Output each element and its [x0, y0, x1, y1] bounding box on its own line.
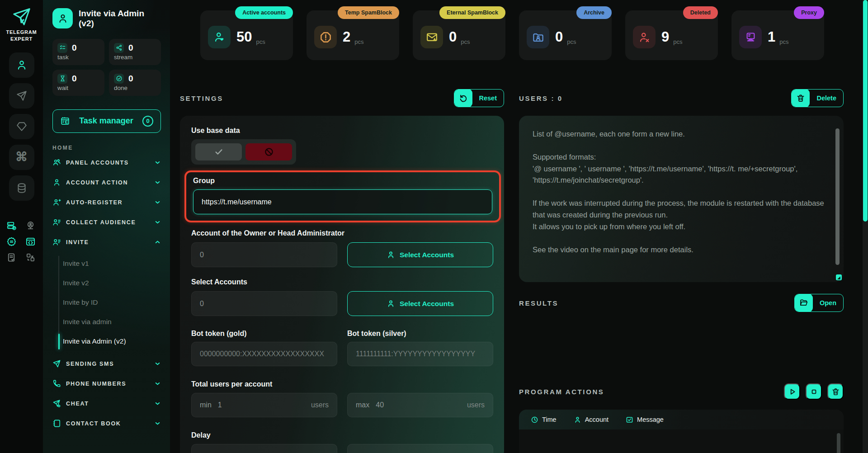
sidebar-item-account-action[interactable]: ACCOUNT ACTION — [52, 173, 161, 193]
person-x-icon — [638, 31, 651, 43]
status-badge: Archive — [576, 6, 612, 19]
card-deleted: Deleted 9 pcs — [625, 10, 718, 60]
person-cam-icon[interactable] — [25, 221, 36, 231]
chevron-down-icon — [154, 179, 161, 186]
bot-token-silver-input[interactable] — [347, 342, 493, 366]
document-check-icon[interactable] — [6, 252, 17, 263]
gear-icon[interactable] — [6, 236, 17, 247]
stream-icon — [116, 44, 123, 51]
rail-premium-button[interactable] — [9, 114, 34, 139]
toggle-no-button[interactable] — [245, 143, 292, 160]
trash-icon — [831, 387, 840, 396]
owner-count-input[interactable] — [191, 242, 337, 267]
sidebar-item-cheat[interactable]: CHEAT — [52, 394, 161, 414]
page-scrollbar-thumb[interactable] — [863, 0, 868, 222]
sidebar-item-panel-accounts[interactable]: PANEL ACCOUNTS — [52, 153, 161, 173]
slash-circle-icon — [264, 147, 274, 157]
delay-min-input[interactable]: min 1 sec — [191, 444, 337, 453]
task-stats: 0 task 0 stream 0 wait — [52, 39, 161, 96]
server-check-icon[interactable] — [6, 221, 17, 231]
chevron-down-icon — [154, 420, 161, 427]
bot-token-silver-label: Bot token (silver) — [347, 330, 493, 338]
textarea-scrollbar[interactable] — [835, 128, 840, 265]
swap-shapes-icon[interactable] — [25, 252, 36, 263]
select-accounts-button[interactable]: Select Accounts — [347, 291, 493, 316]
module-avatar — [52, 8, 73, 28]
delete-button[interactable]: Delete — [791, 89, 844, 107]
main-content: Active accounts 50 pcs Temp SpamBlock 2 … — [170, 0, 868, 453]
chevron-down-icon — [154, 400, 161, 407]
stat-task: 0 task — [52, 39, 104, 65]
select-accounts-label: Select Accounts — [191, 278, 493, 286]
resize-handle-icon[interactable]: ◢ — [836, 274, 842, 280]
page-scrollbar[interactable] — [863, 0, 868, 453]
program-actions-title: PROGRAM ACTIONS — [519, 388, 604, 396]
brand-name: TELEGRAMEXPERT — [6, 29, 37, 42]
owner-select-accounts-button[interactable]: Select Accounts — [347, 242, 493, 267]
sidebar-item-auto-register[interactable]: AUTO-REGISTER — [52, 193, 161, 212]
owner-label: Account of the Owner or Head Administrat… — [191, 229, 493, 237]
users-hint-text: List of @username, each one form a new l… — [533, 128, 826, 255]
sidebar-item-sending-sms[interactable]: SENDING SMS — [52, 354, 161, 374]
person-list-icon — [52, 218, 61, 226]
total-users-min-input[interactable]: min 1 users — [191, 393, 337, 417]
chevron-down-icon — [154, 199, 161, 206]
submenu-invite-via-admin[interactable]: Invite via admin — [63, 312, 161, 332]
submenu-invite-v2[interactable]: Invite v2 — [63, 274, 161, 293]
database-icon — [16, 182, 28, 194]
program-actions-table: Time Account Message — [519, 410, 844, 453]
task-manager-button[interactable]: Task manager 0 — [52, 109, 161, 133]
chevron-down-icon — [154, 380, 161, 387]
trash-icon — [796, 94, 805, 103]
select-accounts-count-input[interactable] — [191, 291, 337, 316]
mail-alert-icon — [426, 31, 438, 43]
delay-max-input[interactable]: max 10 sec — [347, 444, 493, 453]
rail-commands-button[interactable]: ⌘ — [9, 145, 34, 170]
person-icon — [57, 13, 68, 24]
users-textarea[interactable]: List of @username, each one form a new l… — [519, 116, 844, 282]
sidebar-item-collect-audience[interactable]: COLLECT AUDIENCE — [52, 212, 161, 232]
sidebar-item-invite[interactable]: INVITE — [52, 232, 161, 252]
sidebar: Invite via Admin (v2) 0 task 0 stream — [43, 0, 170, 453]
submenu-invite-v1[interactable]: Invite v1 — [63, 254, 161, 274]
person-plus-icon — [52, 198, 61, 207]
stop-icon — [810, 387, 818, 396]
paper-plane-icon — [52, 359, 61, 368]
status-badge: Temp SpamBlock — [338, 6, 399, 19]
sidebar-item-contact-book[interactable]: CONTACT BOOK — [52, 414, 161, 434]
group-input[interactable] — [193, 189, 492, 214]
icon-rail: TELEGRAMEXPERT ⌘ — [0, 0, 43, 453]
submenu-invite-by-id[interactable]: Invite by ID — [63, 293, 161, 312]
table-scrollbar[interactable] — [837, 433, 840, 453]
open-results-button[interactable]: Open — [794, 294, 844, 312]
bot-token-gold-input[interactable] — [191, 342, 337, 366]
stat-stream: 0 stream — [109, 39, 161, 65]
rail-send-button[interactable] — [9, 83, 34, 109]
invite-submenu: Invite v1 Invite v2 Invite by ID Invite … — [52, 254, 161, 351]
code-window-icon[interactable] — [25, 236, 36, 247]
toggle-yes-button[interactable] — [195, 143, 242, 160]
settings-title: SETTINGS — [180, 94, 223, 102]
total-users-max-input[interactable]: max 40 users — [347, 393, 493, 417]
octagon-alert-icon — [320, 31, 332, 43]
settings-card: Use base data Group Account of the Owner… — [180, 116, 504, 453]
clear-actions-button[interactable] — [827, 383, 844, 400]
folder-person-icon — [532, 31, 544, 43]
play-button[interactable] — [784, 383, 800, 400]
chevron-down-icon — [154, 219, 161, 226]
reset-button[interactable]: Reset — [454, 89, 505, 107]
people-icon — [52, 158, 61, 167]
rail-database-button[interactable] — [9, 175, 34, 201]
column-message: Message — [626, 416, 664, 424]
person-icon — [387, 250, 395, 259]
task-manager-badge: 0 — [142, 116, 153, 127]
stop-button[interactable] — [806, 383, 822, 400]
person-heart-icon — [213, 31, 226, 43]
command-icon: ⌘ — [15, 151, 28, 163]
total-users-label: Total users per account — [191, 380, 493, 388]
task-list-icon — [59, 44, 66, 51]
sidebar-item-phone-numbers[interactable]: PHONE NUMBERS — [52, 374, 161, 394]
mail-check-icon — [626, 416, 633, 424]
submenu-invite-via-admin-v2[interactable]: Invite via Admin (v2) — [63, 332, 161, 351]
rail-accounts-button[interactable] — [9, 52, 34, 78]
